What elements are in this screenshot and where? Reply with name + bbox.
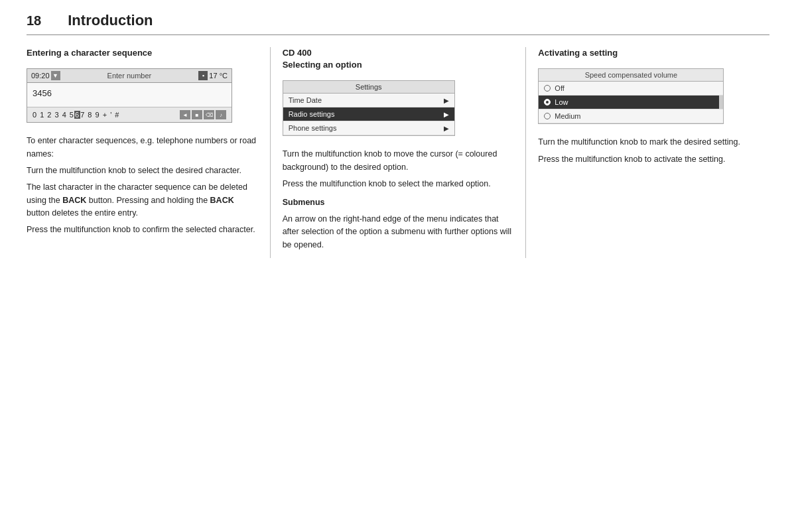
page-container: 18 Introduction Entering a character seq… (0, 0, 796, 271)
settings-item-2-arrow: ▶ (444, 111, 449, 118)
middle-text-block: Turn the multifunction knob to move the … (283, 148, 514, 251)
left-text-block: To enter character sequences, e.g. telep… (27, 135, 258, 237)
content-columns: Entering a character sequence 09:20 ▼ En… (27, 47, 769, 258)
page-number: 18 (27, 13, 41, 29)
char-highlighted: 6 (74, 111, 80, 119)
volume-mockup: Speed compensated volume Off Low Medium (538, 68, 724, 124)
right-para-2: Press the multifunction knob to activate… (538, 153, 769, 166)
nav-del-icon: ⌫ (204, 110, 214, 119)
volume-off-label: Off (555, 84, 564, 92)
volume-item-medium: Medium (539, 109, 723, 123)
time-arrow-icon: ▼ (51, 71, 60, 80)
right-heading: Activating a setting (538, 47, 769, 59)
number-value: 3456 (33, 88, 52, 98)
volume-item-off: Off (539, 82, 723, 96)
settings-item-1-arrow: ▶ (444, 97, 449, 104)
temp-value: 17 °C (209, 72, 228, 80)
number-display: 3456 (27, 83, 232, 107)
radio-low (544, 99, 551, 105)
nav-ok-icon: ■ (192, 110, 202, 119)
settings-mockup: Settings Time Date ▶ Radio settings ▶ Ph… (283, 80, 455, 136)
mockup-top-bar: 09:20 ▼ Enter number ▪ 17 °C (27, 69, 232, 83)
submenus-heading: Submenus (283, 196, 514, 209)
settings-item-3-label: Phone settings (289, 124, 337, 132)
time-value: 09:20 (31, 72, 50, 80)
header-divider (27, 34, 769, 35)
column-middle: CD 400 Selecting an option Settings Time… (271, 47, 527, 258)
scrollbar-track (719, 96, 723, 109)
page-header: 18 Introduction (27, 12, 769, 29)
volume-item-low: Low (539, 96, 723, 109)
middle-heading: CD 400 Selecting an option (283, 47, 514, 71)
char-sequence-mockup: 09:20 ▼ Enter number ▪ 17 °C 3456 0 1 2 … (27, 68, 232, 123)
column-right: Activating a setting Speed compensated v… (526, 47, 769, 258)
nav-mic-icon: ♪ (216, 110, 226, 119)
nav-icons: ◄ ■ ⌫ ♪ (180, 110, 226, 119)
middle-heading-line1: CD 400 (283, 48, 312, 58)
volume-header: Speed compensated volume (539, 69, 723, 82)
right-text-block: Turn the multifunction knob to mark the … (538, 136, 769, 166)
radio-medium (544, 113, 551, 119)
page-title: Introduction (68, 12, 153, 29)
middle-heading-line2: Selecting an option (283, 60, 362, 70)
settings-item-1: Time Date ▶ (283, 94, 454, 107)
middle-para-1: Turn the multifunction knob to move the … (283, 148, 514, 174)
settings-item-1-label: Time Date (289, 96, 322, 104)
char-row: 0 1 2 3 4 567 8 9 + ' # ◄ ■ ⌫ ♪ (27, 107, 232, 122)
middle-para-3: An arrow on the right-hand edge of the m… (283, 213, 514, 251)
enter-number-label: Enter number (107, 72, 152, 80)
middle-para-2: Press the multifunction knob to select t… (283, 178, 514, 190)
column-left: Entering a character sequence 09:20 ▼ En… (27, 47, 271, 258)
settings-item-3: Phone settings ▶ (283, 121, 454, 135)
volume-low-label: Low (555, 98, 568, 106)
temp-display: ▪ 17 °C (198, 71, 228, 80)
right-para-1: Turn the multifunction knob to mark the … (538, 136, 769, 149)
settings-item-2-label: Radio settings (289, 110, 335, 118)
left-para-4: Press the multifunction knob to confirm … (27, 224, 258, 236)
settings-item-3-arrow: ▶ (444, 125, 449, 132)
volume-wrapper: Speed compensated volume Off Low Medium (538, 68, 769, 124)
char-list: 0 1 2 3 4 567 8 9 + ' # (33, 111, 119, 119)
left-heading: Entering a character sequence (27, 47, 258, 59)
left-para-2: Turn the multifunction knob to select th… (27, 165, 258, 177)
settings-header: Settings (283, 81, 454, 94)
settings-item-2: Radio settings ▶ (283, 107, 454, 121)
left-para-3: The last character in the character sequ… (27, 181, 258, 220)
temp-icon: ▪ (198, 71, 208, 80)
left-para-1: To enter character sequences, e.g. telep… (27, 135, 258, 161)
time-display: 09:20 ▼ (31, 71, 60, 80)
radio-off (544, 85, 551, 92)
nav-left-icon: ◄ (180, 110, 190, 119)
volume-medium-label: Medium (555, 112, 580, 120)
